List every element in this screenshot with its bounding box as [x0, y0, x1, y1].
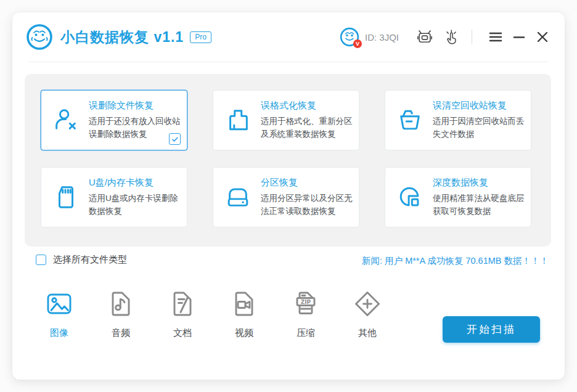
minimize-button[interactable]: [512, 30, 526, 44]
user-avatar[interactable]: V: [340, 27, 359, 47]
news-ticker: 新闻: 用户 M**A 成功恢复 70.61MB 数据！！！: [362, 255, 549, 267]
zip-text: ZIP: [301, 299, 311, 305]
audio-file-icon: [107, 290, 135, 318]
card-desc: 适用分区异常以及分区无法正常读取数据恢复: [261, 192, 355, 218]
app-window: 小白数据恢复 v1.1 Pro V ID: 3JQI: [12, 12, 565, 380]
card-partition-recovery[interactable]: 分区恢复 适用分区异常以及分区无法正常读取数据恢复: [213, 167, 359, 227]
menu-button[interactable]: [488, 30, 503, 44]
other-file-icon: [353, 290, 382, 318]
filetype-label: 图像: [50, 327, 68, 339]
document-file-icon: [168, 290, 197, 318]
filetype-document[interactable]: 文档: [152, 290, 213, 339]
card-deep-recovery[interactable]: 深度数据恢复 使用精准算法从硬盘底层获取可恢复数据: [385, 167, 531, 227]
card-title: 误清空回收站恢复: [433, 100, 527, 112]
deep-scan-icon: [396, 184, 424, 211]
user-id-label: ID: 3JQI: [365, 32, 399, 43]
app-logo-mascot-icon: [26, 23, 53, 51]
filetype-image[interactable]: 图像: [28, 290, 90, 339]
filetype-other[interactable]: 其他: [337, 290, 398, 339]
card-format-recovery[interactable]: 误格式化恢复 适用于格式化、重新分区及系统重装数据恢复: [213, 90, 359, 150]
card-usb-sd-recovery[interactable]: U盘/内存卡恢复 适用U盘或内存卡误删除数据恢复: [41, 167, 187, 227]
card-deleted-file-recovery[interactable]: 误删除文件恢复 适用于还没有放入回收站误删除数据恢复: [41, 90, 187, 150]
select-all-filetypes[interactable]: 选择所有文件类型: [36, 254, 127, 266]
app-title: 小白数据恢复 v1.1: [60, 28, 184, 47]
select-all-checkbox[interactable]: [36, 255, 46, 265]
filetype-audio[interactable]: 音频: [90, 290, 152, 339]
image-file-icon: [45, 290, 73, 318]
format-brush-icon: [224, 107, 252, 134]
user-remove-icon: [52, 107, 80, 134]
card-recycle-bin-recovery[interactable]: 误清空回收站恢复 适用于因清空回收站而丢失文件数据: [385, 90, 531, 150]
filetype-label: 文档: [173, 327, 192, 339]
titlebar-divider: [472, 30, 472, 44]
pro-badge: Pro: [190, 31, 211, 43]
filetype-zip[interactable]: ZIP 压缩: [275, 290, 337, 339]
titlebar: 小白数据恢复 v1.1 Pro V ID: 3JQI: [12, 12, 565, 62]
filetype-label: 压缩: [297, 327, 315, 339]
start-scan-button[interactable]: 开始扫描: [443, 316, 540, 343]
filetype-label: 音频: [112, 327, 130, 339]
video-file-icon: [230, 290, 258, 318]
card-title: 误格式化恢复: [261, 100, 355, 112]
card-desc: 使用精准算法从硬盘底层获取可恢复数据: [433, 192, 527, 218]
card-title: U盘/内存卡恢复: [89, 177, 183, 189]
click-hand-icon[interactable]: [443, 29, 459, 45]
select-all-label: 选择所有文件类型: [53, 254, 127, 266]
card-title: 分区恢复: [261, 177, 355, 189]
card-desc: 适用于格式化、重新分区及系统重装数据恢复: [261, 115, 355, 141]
filetype-row: 图像 音频 文档: [28, 290, 398, 339]
hard-drive-icon: [224, 184, 252, 211]
card-desc: 适用U盘或内存卡误删除数据恢复: [89, 192, 183, 218]
filetype-video[interactable]: 视频: [213, 290, 275, 339]
sd-card-icon: [52, 184, 80, 211]
card-desc: 适用于因清空回收站而丢失文件数据: [433, 115, 527, 141]
vip-badge: V: [353, 39, 362, 48]
filetype-label: 其他: [358, 327, 377, 339]
filetype-label: 视频: [235, 327, 253, 339]
recycle-bin-icon: [396, 107, 424, 134]
card-title: 深度数据恢复: [433, 177, 527, 189]
close-button[interactable]: [535, 30, 550, 44]
recovery-modes-panel: 误删除文件恢复 适用于还没有放入回收站误删除数据恢复 误格式化恢复 适用于格式化…: [25, 74, 551, 247]
card-title: 误删除文件恢复: [89, 100, 183, 112]
card-checkbox-checked[interactable]: [169, 133, 181, 145]
zip-file-icon: ZIP: [292, 290, 320, 318]
header-divider: [28, 62, 549, 62]
robot-assistant-icon[interactable]: [416, 28, 433, 46]
